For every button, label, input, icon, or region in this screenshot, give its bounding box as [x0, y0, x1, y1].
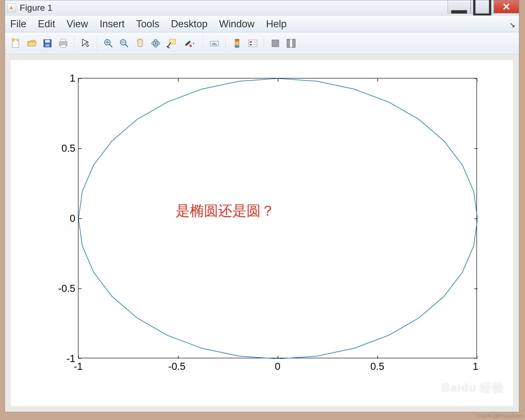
ytick-label: -0.5 — [58, 283, 75, 294]
svg-point-4 — [12, 38, 15, 41]
ytick-label: 0 — [70, 213, 75, 224]
minimize-button[interactable] — [448, 0, 471, 13]
link-plot-button[interactable] — [207, 36, 222, 51]
zoom-out-button[interactable] — [117, 36, 132, 51]
save-button[interactable] — [40, 36, 55, 51]
annotation-text: 是椭圆还是圆？ — [176, 201, 275, 220]
svg-line-16 — [125, 44, 128, 47]
svg-rect-36 — [292, 39, 295, 48]
menu-tools[interactable]: Tools — [136, 18, 159, 30]
show-plot-tools-button[interactable] — [284, 36, 298, 51]
svg-rect-8 — [61, 39, 66, 41]
svg-rect-27 — [235, 39, 239, 48]
toolbar-separator — [264, 36, 264, 51]
matlab-figure-icon — [7, 3, 16, 12]
window-controls: ✕ — [448, 0, 519, 13]
toolbar-separator — [74, 36, 75, 51]
pan-button[interactable] — [133, 36, 147, 51]
colorbar-button[interactable] — [230, 36, 244, 51]
rotate-button[interactable] — [148, 36, 163, 51]
window-title: Figure 1 — [20, 3, 52, 13]
ytick-label: 0.5 — [61, 143, 75, 154]
maximize-button[interactable] — [471, 0, 494, 13]
svg-rect-35 — [287, 39, 290, 48]
xtick-label: -1 — [74, 361, 83, 372]
axes-canvas — [78, 78, 477, 359]
xtick-label: -0.5 — [168, 361, 185, 372]
svg-point-20 — [155, 42, 157, 44]
plot-container: 是椭圆还是圆？ 1 0.5 0 -0.5 -1 -1 -0.5 0 0.5 1 … — [5, 54, 519, 412]
xtick-label: 1 — [473, 361, 478, 372]
axes[interactable]: 是椭圆还是圆？ — [78, 78, 477, 358]
svg-rect-0 — [451, 10, 467, 13]
data-cursor-button[interactable] — [164, 36, 179, 51]
print-button[interactable] — [56, 36, 71, 51]
xtick-label: 0.5 — [370, 361, 384, 372]
svg-rect-26 — [210, 41, 219, 46]
hide-plot-tools-button[interactable] — [268, 36, 283, 51]
toolbar-separator — [225, 36, 226, 51]
svg-rect-1 — [474, 0, 490, 15]
close-button[interactable]: ✕ — [494, 0, 519, 13]
new-figure-button[interactable] — [9, 36, 23, 51]
menu-edit[interactable]: Edit — [38, 18, 55, 30]
csdn-attribution: CSDN @Prejudices — [477, 413, 523, 419]
watermark: Baidu 经验 — [442, 380, 504, 396]
svg-rect-7 — [45, 44, 50, 47]
toolbar-separator — [97, 36, 97, 51]
menu-file[interactable]: File — [10, 18, 26, 30]
titlebar[interactable]: Figure 1 ✕ — [5, 0, 519, 15]
dock-arrow-icon[interactable]: ↘ — [509, 20, 515, 29]
svg-text:▾: ▾ — [193, 41, 195, 45]
brush-button[interactable]: ▾ — [180, 36, 199, 51]
menubar: File Edit View Insert Tools Desktop Wind… — [5, 15, 519, 32]
svg-rect-33 — [272, 40, 279, 46]
toolbar-separator — [203, 36, 203, 51]
menu-desktop[interactable]: Desktop — [171, 18, 207, 30]
menu-help[interactable]: Help — [266, 18, 287, 30]
svg-rect-10 — [61, 45, 66, 48]
plot-panel: 是椭圆还是圆？ 1 0.5 0 -0.5 -1 -1 -0.5 0 0.5 1 … — [11, 60, 513, 406]
legend-button[interactable] — [245, 36, 260, 51]
xtick-label: 0 — [275, 361, 280, 372]
menu-insert[interactable]: Insert — [99, 18, 124, 30]
toolbar: ▾ — [5, 32, 519, 54]
menu-view[interactable]: View — [67, 18, 88, 30]
menu-window[interactable]: Window — [219, 18, 255, 30]
open-button[interactable] — [24, 36, 39, 51]
figure-window: Figure 1 ✕ File Edit View Insert Tools D… — [5, 0, 519, 412]
edit-plot-button[interactable] — [78, 36, 93, 51]
svg-line-12 — [109, 44, 112, 47]
svg-rect-30 — [250, 44, 252, 45]
svg-rect-24 — [190, 45, 192, 47]
svg-rect-28 — [249, 40, 257, 46]
svg-rect-6 — [45, 40, 50, 43]
zoom-in-button[interactable] — [101, 36, 116, 51]
svg-rect-29 — [250, 41, 252, 43]
ytick-label: 1 — [70, 73, 75, 84]
